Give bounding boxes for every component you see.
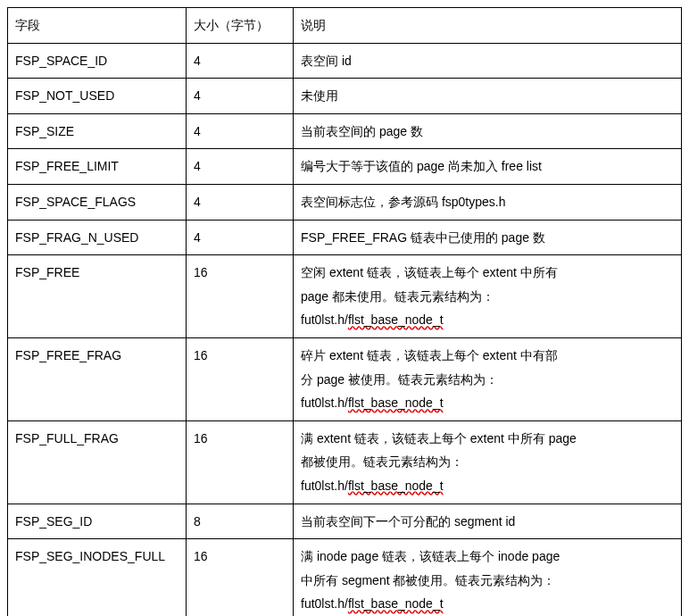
- table-row: FSP_FREE_FRAG16碎片 extent 链表，该链表上每个 exten…: [8, 337, 682, 420]
- table-row: FSP_FRAG_N_USED4FSP_FREE_FRAG 链表中已使用的 pa…: [8, 220, 682, 255]
- desc-line: 当前表空间下一个可分配的 segment id: [301, 510, 674, 534]
- cell-desc: 空闲 extent 链表，该链表上每个 extent 中所有page 都未使用。…: [294, 255, 682, 338]
- cell-desc: 未使用: [294, 79, 682, 114]
- desc-line: 分 page 被使用。链表元素结构为：: [301, 368, 674, 392]
- cell-size: 4: [187, 43, 294, 79]
- desc-line: 中所有 segment 都被使用。链表元素结构为：: [301, 569, 674, 593]
- cell-desc: 当前表空间下一个可分配的 segment id: [294, 504, 682, 539]
- desc-line: fut0lst.h/flst_base_node_t: [301, 592, 674, 616]
- cell-field: FSP_SIZE: [8, 113, 187, 149]
- desc-line: 表空间标志位，参考源码 fsp0types.h: [301, 190, 674, 214]
- cell-desc: 表空间 id: [294, 43, 682, 79]
- table-row: FSP_FULL_FRAG16满 extent 链表，该链表上每个 extent…: [8, 420, 682, 504]
- cell-size: 16: [187, 255, 294, 338]
- spellcheck-underline: flst_base_node_t: [348, 479, 444, 493]
- table-row: FSP_SEG_INODES_FULL16满 inode page 链表，该链表…: [8, 539, 682, 616]
- table-row: FSP_SPACE_ID4表空间 id: [8, 43, 682, 79]
- desc-line: fut0lst.h/flst_base_node_t: [301, 474, 674, 498]
- cell-desc: 满 extent 链表，该链表上每个 extent 中所有 page都被使用。链…: [294, 420, 682, 504]
- cell-size: 4: [187, 113, 294, 149]
- table-body: FSP_SPACE_ID4表空间 idFSP_NOT_USED4未使用FSP_S…: [8, 43, 682, 616]
- cell-field: FSP_SPACE_FLAGS: [8, 184, 187, 220]
- table-row: FSP_SPACE_FLAGS4表空间标志位，参考源码 fsp0types.h: [8, 184, 682, 220]
- desc-line: 未使用: [301, 84, 674, 108]
- table-row: FSP_SIZE4当前表空间的 page 数: [8, 113, 682, 149]
- desc-line: fut0lst.h/flst_base_node_t: [301, 391, 674, 415]
- cell-field: FSP_FRAG_N_USED: [8, 220, 187, 255]
- cell-field: FSP_NOT_USED: [8, 79, 187, 114]
- spellcheck-underline: flst_base_node_t: [348, 312, 444, 327]
- cell-desc: 满 inode page 链表，该链表上每个 inode page中所有 seg…: [294, 539, 682, 616]
- cell-size: 16: [187, 337, 294, 420]
- fsp-header-table: 字段 大小（字节） 说明 FSP_SPACE_ID4表空间 idFSP_NOT_…: [7, 7, 682, 616]
- cell-desc: 表空间标志位，参考源码 fsp0types.h: [294, 184, 682, 220]
- spellcheck-underline: flst_base_node_t: [348, 596, 444, 611]
- desc-line: FSP_FREE_FRAG 链表中已使用的 page 数: [301, 226, 674, 250]
- table-row: FSP_FREE_LIMIT4编号大于等于该值的 page 尚未加入 free …: [8, 149, 682, 185]
- cell-size: 4: [187, 184, 294, 220]
- header-desc: 说明: [294, 8, 682, 44]
- cell-size: 4: [187, 220, 294, 255]
- desc-line: 空闲 extent 链表，该链表上每个 extent 中所有: [301, 261, 674, 285]
- cell-size: 4: [187, 149, 294, 185]
- cell-field: FSP_FULL_FRAG: [8, 420, 187, 504]
- cell-field: FSP_SPACE_ID: [8, 43, 187, 79]
- table-row: FSP_SEG_ID8当前表空间下一个可分配的 segment id: [8, 504, 682, 539]
- cell-field: FSP_SEG_INODES_FULL: [8, 539, 187, 616]
- table-row: FSP_FREE16空闲 extent 链表，该链表上每个 extent 中所有…: [8, 255, 682, 338]
- desc-line: page 都未使用。链表元素结构为：: [301, 285, 674, 309]
- cell-desc: FSP_FREE_FRAG 链表中已使用的 page 数: [294, 220, 682, 255]
- cell-field: FSP_FREE_LIMIT: [8, 149, 187, 185]
- cell-field: FSP_SEG_ID: [8, 504, 187, 539]
- desc-line: 表空间 id: [301, 49, 674, 73]
- table-row: FSP_NOT_USED4未使用: [8, 79, 682, 114]
- cell-field: FSP_FREE_FRAG: [8, 337, 187, 420]
- header-field: 字段: [8, 8, 187, 44]
- desc-line: 编号大于等于该值的 page 尚未加入 free list: [301, 154, 674, 179]
- cell-size: 8: [187, 504, 294, 539]
- desc-line: 都被使用。链表元素结构为：: [301, 450, 674, 474]
- cell-desc: 碎片 extent 链表，该链表上每个 extent 中有部分 page 被使用…: [294, 337, 682, 420]
- cell-size: 16: [187, 420, 294, 504]
- desc-line: 当前表空间的 page 数: [301, 120, 674, 144]
- cell-size: 4: [187, 79, 294, 114]
- header-row: 字段 大小（字节） 说明: [8, 8, 682, 44]
- header-size: 大小（字节）: [187, 8, 294, 44]
- cell-field: FSP_FREE: [8, 255, 187, 338]
- desc-line: 满 extent 链表，该链表上每个 extent 中所有 page: [301, 427, 674, 451]
- spellcheck-underline: flst_base_node_t: [348, 395, 444, 410]
- desc-line: fut0lst.h/flst_base_node_t: [301, 308, 674, 332]
- table-head: 字段 大小（字节） 说明: [8, 8, 682, 44]
- desc-line: 碎片 extent 链表，该链表上每个 extent 中有部: [301, 344, 674, 368]
- cell-size: 16: [187, 539, 294, 616]
- cell-desc: 当前表空间的 page 数: [294, 113, 682, 149]
- desc-line: 满 inode page 链表，该链表上每个 inode page: [301, 545, 674, 569]
- cell-desc: 编号大于等于该值的 page 尚未加入 free list: [294, 149, 682, 185]
